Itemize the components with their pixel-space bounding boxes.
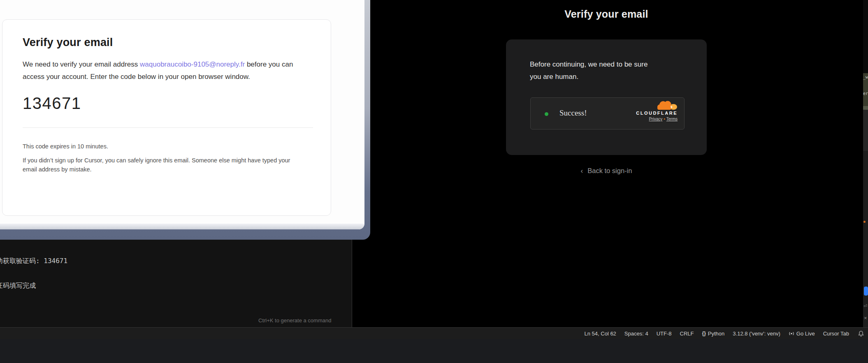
status-bar-right: Ln 54, Col 62 Spaces: 4 UTF-8 CRLF {} Py… bbox=[585, 328, 868, 339]
link-separator: • bbox=[662, 117, 666, 121]
python-interpreter-indicator[interactable]: 3.12.8 ('venv': venv) bbox=[733, 331, 780, 337]
verification-code: 134671 bbox=[23, 94, 312, 113]
email-disclaimer: If you didn’t sign up for Cursor, you ca… bbox=[23, 156, 301, 174]
text-fragment: er bbox=[863, 91, 868, 96]
email-title: Verify your email bbox=[23, 36, 312, 49]
enter-key-icon: ⏎ bbox=[863, 303, 867, 309]
terms-link[interactable]: Terms bbox=[666, 117, 678, 121]
eol-indicator[interactable]: CRLF bbox=[680, 331, 694, 337]
back-to-signin-link[interactable]: ‹Back to sign-in bbox=[506, 167, 707, 175]
go-live-button[interactable]: Go Live bbox=[789, 331, 815, 337]
cloudflare-turnstile-widget[interactable]: Success! CLOUDFLARE Privacy•Terms bbox=[530, 97, 685, 129]
edge-strip-highlight-row bbox=[863, 106, 868, 110]
turnstile-status-text: Success! bbox=[559, 109, 587, 118]
text-fragment: _w bbox=[863, 75, 868, 79]
email-body-before-link: We need to verify your email address bbox=[23, 60, 140, 68]
clipped-window-edge: _w er ⏎ × bbox=[863, 0, 868, 327]
windows-taskbar: ⚙ S bbox=[0, 339, 868, 363]
language-mode-indicator[interactable]: {} Python bbox=[702, 331, 724, 337]
code-expiry-note: This code expires in 10 minutes. bbox=[23, 143, 312, 150]
email-window-bottom-chrome bbox=[0, 224, 364, 229]
notifications-button[interactable] bbox=[858, 331, 864, 337]
email-divider bbox=[23, 127, 313, 128]
go-live-label: Go Live bbox=[796, 331, 815, 337]
terminal-pane[interactable]: 功获取验证码: 134671 证码填写完成 在处理 Turnstile 验证..… bbox=[0, 240, 352, 327]
terminal-line: 功获取验证码: 134671 bbox=[0, 257, 85, 266]
cursor-position-indicator[interactable]: Ln 54, Col 62 bbox=[585, 331, 616, 337]
language-label: Python bbox=[708, 331, 724, 337]
cursor-tab-indicator[interactable]: Cursor Tab bbox=[823, 331, 849, 337]
cloudflare-wordmark: CLOUDFLARE bbox=[636, 111, 678, 116]
email-address-link[interactable]: waquobraucoibo-9105@noreply.fr bbox=[140, 60, 245, 68]
auth-page-title: Verify your email bbox=[506, 8, 707, 20]
back-link-label: Back to sign-in bbox=[587, 167, 632, 174]
email-client-window: Verify your email We need to verify your… bbox=[0, 0, 370, 240]
edge-strip-panel bbox=[863, 110, 868, 151]
edge-strip-orange-dot bbox=[863, 221, 866, 223]
broadcast-icon bbox=[789, 331, 794, 336]
terminal-line bbox=[0, 306, 85, 315]
turnstile-legal-links: Privacy•Terms bbox=[649, 117, 678, 121]
edge-strip-dark-top bbox=[863, 0, 868, 73]
human-verification-card: Before continuing, we need to be sure yo… bbox=[506, 39, 707, 155]
email-window-content: Verify your email We need to verify your… bbox=[0, 0, 364, 229]
verification-email-card: Verify your email We need to verify your… bbox=[2, 19, 331, 216]
braces-icon: {} bbox=[702, 331, 706, 336]
chevron-left-icon: ‹ bbox=[581, 167, 583, 175]
terminal-output: 功获取验证码: 134671 证码填写完成 在处理 Turnstile 验证..… bbox=[0, 241, 85, 327]
email-body: We need to verify your email address waq… bbox=[23, 58, 313, 83]
auth-subtitle-line1: Before continuing, we need to be sure bbox=[530, 58, 648, 71]
edge-strip-editor-fragment: _w er bbox=[863, 73, 868, 106]
terminal-line: 证码填写完成 bbox=[0, 281, 85, 290]
encoding-indicator[interactable]: UTF-8 bbox=[657, 331, 672, 337]
auth-subtitle: Before continuing, we need to be sure yo… bbox=[530, 58, 648, 83]
auth-subtitle-line2: you are human. bbox=[530, 71, 648, 83]
desktop: Verify your email We need to verify your… bbox=[0, 0, 868, 363]
edge-strip-blue-button[interactable] bbox=[864, 287, 868, 296]
terminal-ctrlk-hint: Ctrl+K to generate a command bbox=[258, 317, 331, 324]
editor-status-bar: Ln 54, Col 62 Spaces: 4 UTF-8 CRLF {} Py… bbox=[0, 327, 868, 339]
privacy-link[interactable]: Privacy bbox=[649, 117, 662, 121]
close-icon[interactable]: × bbox=[864, 315, 867, 321]
success-status-dot bbox=[545, 112, 548, 116]
cloudflare-branding: CLOUDFLARE Privacy•Terms bbox=[636, 100, 678, 121]
indentation-indicator[interactable]: Spaces: 4 bbox=[624, 331, 648, 337]
cloudflare-logo-icon bbox=[655, 100, 678, 110]
bell-icon bbox=[858, 331, 864, 337]
